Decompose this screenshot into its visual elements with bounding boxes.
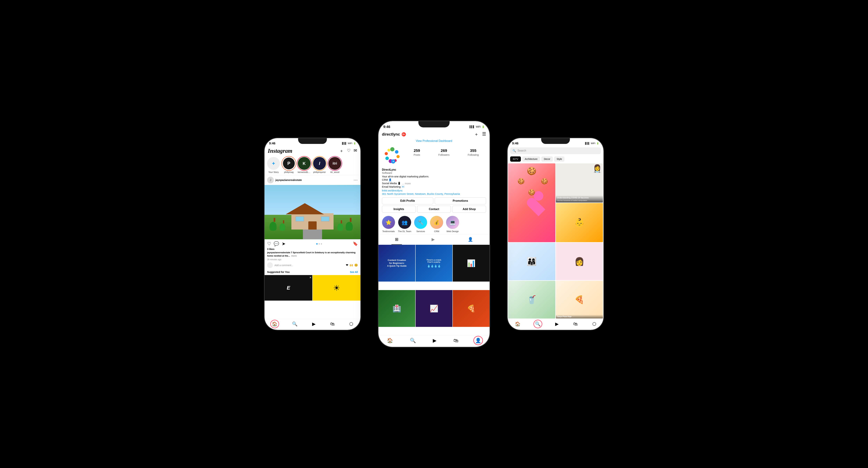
dl-followers-num: 269 [441, 149, 447, 153]
dl-dashboard-link[interactable]: View Professional Dashboard [378, 139, 490, 143]
highlight-circle-dl-team: 👥 [398, 216, 411, 229]
explore-cell-pizza[interactable]: 🍕 Tonys Pizza Orge [556, 281, 603, 318]
tab-tv[interactable]: ▶ [428, 235, 438, 245]
notifications-icon[interactable]: ♡ [347, 148, 350, 154]
svg-text:+: + [393, 160, 394, 163]
cat-decor[interactable]: Decor [541, 156, 553, 162]
contact-button[interactable]: Contact [417, 206, 451, 213]
promotions-button[interactable]: Promotions [435, 197, 486, 204]
dl-header: directlync 8+ ＋ ☰ [378, 130, 490, 139]
nav-reels[interactable]: ▶ [312, 321, 316, 326]
explore-cell-kids[interactable]: 👶 [556, 203, 603, 242]
see-all-button[interactable]: See All [350, 271, 358, 273]
story-label-your: Your Story [268, 171, 279, 174]
post-time: 26 minutes ago [265, 258, 361, 261]
post-username[interactable]: jayspazianorealestate [276, 179, 302, 182]
nav-search[interactable]: 🔍 [292, 321, 298, 326]
post-user: J jayspazianorealestate [267, 177, 302, 184]
nav-search-c[interactable]: 🔍 [410, 338, 416, 343]
add-post-icon[interactable]: ＋ [339, 148, 344, 154]
share-icon[interactable]: ➤ [282, 241, 285, 246]
tab-grid[interactable]: ⊞ [392, 235, 402, 245]
grid-post-4[interactable]: 🏥 [378, 290, 415, 327]
nav-reels-r[interactable]: ▶ [555, 321, 559, 326]
menu-icon[interactable]: ☰ [482, 131, 486, 137]
grid-post-2[interactable]: Three's a crowd.Four's a party. 💧💧💧💧 [415, 245, 453, 282]
grid-post-5[interactable]: 📈 [415, 290, 453, 327]
highlight-label-testimonials: Testimonials [382, 230, 395, 232]
explore-cell-woman[interactable]: 👩 [556, 243, 603, 280]
explore-cell-family[interactable]: 👨‍👩‍👧 [508, 243, 555, 280]
dl-header-icons: ＋ ☰ [474, 131, 486, 137]
search-bar[interactable]: 🔍 Search [510, 147, 601, 154]
story-kenwoodbeer[interactable]: K kenwoodbeer [298, 157, 311, 174]
post-dots [316, 243, 322, 244]
highlight-circle-crm: 💰 [430, 216, 443, 229]
ig-header: Instagram ＋ ♡ ✉ [265, 146, 361, 155]
story-phillymag[interactable]: P phillymag [282, 157, 295, 174]
ig-header-icons: ＋ ♡ ✉ [339, 148, 357, 154]
dl-stat-followers: 269 Followers [438, 149, 450, 156]
highlight-label-webdesign: Web Design [446, 230, 459, 232]
nav-search-r[interactable]: 🔍 [535, 321, 540, 326]
nav-profile[interactable]: ⬡ [349, 321, 353, 326]
nav-profile-c[interactable]: 👤 [475, 338, 481, 343]
story-phillyinquirer[interactable]: I phillyinquirer [313, 157, 326, 174]
insights-button[interactable]: Insights [382, 206, 416, 213]
cat-architecture[interactable]: Architecture [522, 156, 540, 162]
svg-point-2 [397, 155, 400, 158]
nav-shop-c[interactable]: 🛍 [454, 338, 458, 343]
grid-post-3[interactable]: 📊 [453, 245, 490, 282]
highlight-services[interactable]: 🔧 Services [414, 216, 427, 232]
more-text[interactable]: more [291, 254, 297, 257]
house-body [291, 213, 334, 229]
post-caption: jayspazianorealestate 7 Sprucefield Cour… [265, 251, 361, 258]
notch-center [418, 121, 450, 127]
dl-bio-link[interactable]: linktr.ee/directlync [382, 189, 486, 192]
highlight-crm[interactable]: 💰 CRM [430, 216, 443, 232]
nav-shop-r[interactable]: 🛍 [573, 321, 578, 326]
dl-posts-num: 259 [414, 149, 420, 153]
highlight-webdesign[interactable]: 💻 Web Design [446, 216, 459, 232]
add-shop-button[interactable]: Add Shop [452, 206, 486, 213]
explore-grid: 🍪 🍪 🍪 🍪 👩‍⚕️ Understanding COVID-19 Vacc… [507, 163, 603, 319]
nav-home-c[interactable]: 🏠 [387, 338, 393, 343]
screen-left: 9:46 ▌▌▌ WiFi 🔋 Instagram ＋ ♡ ✉ [265, 138, 361, 330]
post-more-icon[interactable]: ··· [353, 178, 358, 182]
highlight-testimonials[interactable]: ⭐ Testimonials [382, 216, 395, 232]
dot-2 [318, 243, 320, 244]
comment-icon[interactable]: 💬 [274, 241, 279, 246]
highlight-label-crm: CRM [434, 230, 439, 232]
cat-style[interactable]: Style [554, 156, 564, 162]
nav-reels-c[interactable]: ▶ [433, 338, 437, 343]
explore-cell-medical[interactable]: 👩‍⚕️ Understanding COVID-19 Vaccines The… [556, 163, 603, 202]
scene: 9:46 ▌▌▌ WiFi 🔋 Instagram ＋ ♡ ✉ [0, 0, 868, 468]
tab-profile-tag[interactable]: 👤 [464, 235, 476, 245]
nav-home[interactable]: 🏠 [272, 321, 277, 326]
dot-1 [316, 243, 317, 244]
explore-cell-cookies[interactable]: 🍪 🍪 🍪 🍪 [508, 163, 555, 242]
bookmark-icon[interactable]: 🔖 [353, 241, 358, 246]
search-icon: 🔍 [513, 149, 516, 153]
add-icon[interactable]: ＋ [474, 131, 478, 137]
dl-badge: 8+ [402, 132, 406, 136]
nav-shop[interactable]: 🛍 [330, 321, 335, 326]
edit-profile-button[interactable]: Edit Profile [382, 197, 433, 204]
story-your[interactable]: + Your Story [267, 157, 280, 174]
grid-post-1[interactable]: Content Creationfor Beginners:A Quick Ti… [378, 245, 415, 282]
messages-icon[interactable]: ✉ [353, 148, 357, 154]
post-actions: ♡ 💬 ➤ 🔖 [265, 239, 361, 247]
explore-cell-drink[interactable]: 🥤 [508, 281, 555, 318]
nav-home-r[interactable]: 🏠 [515, 321, 521, 326]
grid-post-6[interactable]: 🍕 [453, 290, 490, 327]
post-image [265, 185, 361, 239]
highlight-dl-team[interactable]: 👥 The DL Team [398, 216, 411, 232]
like-icon[interactable]: ♡ [267, 241, 271, 246]
cat-igtv[interactable]: IGTV [510, 156, 521, 162]
dl-profile-section: + 259 Posts 269 Followers 355 [378, 143, 490, 167]
story-itri[interactable]: itri itri_wood [329, 157, 341, 174]
ig-logo: Instagram [268, 147, 292, 154]
nav-profile-r[interactable]: ⬡ [592, 321, 596, 326]
story-label-kenwoodbeer: kenwoodbeer [298, 171, 311, 174]
comment-input[interactable]: Add a comment... [275, 264, 344, 267]
